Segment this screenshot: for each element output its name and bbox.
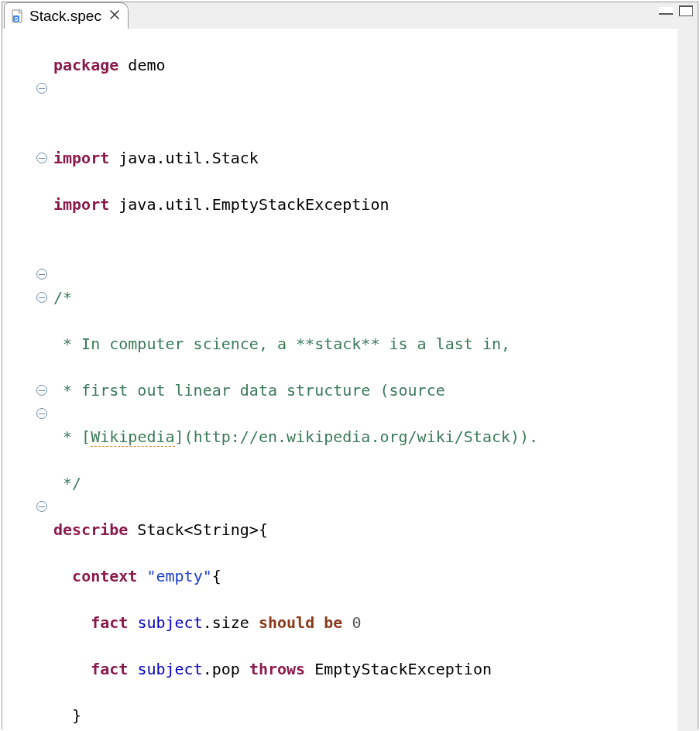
fold-marker[interactable]	[36, 83, 47, 94]
code-line: */	[53, 472, 678, 495]
svg-text:S: S	[14, 15, 18, 22]
fold-marker[interactable]	[36, 408, 47, 419]
code-line: import java.util.EmptyStackException	[53, 193, 678, 216]
code-line: /*	[53, 286, 678, 309]
minimize-icon[interactable]	[659, 7, 673, 15]
code-area[interactable]: package demo import java.util.Stack impo…	[53, 29, 678, 731]
editor-body: package demo import java.util.Stack impo…	[2, 29, 698, 731]
fold-marker[interactable]	[36, 153, 47, 163]
code-line: import java.util.Stack	[53, 146, 678, 170]
code-line	[53, 239, 678, 263]
fold-marker[interactable]	[36, 385, 47, 396]
code-line: * In computer science, a **stack** is a …	[53, 332, 678, 355]
editor-tab[interactable]: S Stack.spec	[4, 2, 129, 29]
maximize-icon[interactable]	[679, 5, 693, 16]
fold-marker[interactable]	[36, 501, 47, 512]
gutter[interactable]	[2, 29, 53, 731]
editor-window: S Stack.spec package demo import java.ut…	[2, 2, 698, 729]
code-line: context "empty"{	[53, 565, 678, 588]
code-line: fact subject.pop throws EmptyStackExcept…	[53, 657, 678, 681]
fold-marker[interactable]	[36, 269, 47, 280]
code-line: * [Wikipedia](http://en.wikipedia.org/wi…	[53, 425, 678, 448]
code-line: package demo	[53, 53, 678, 77]
code-line: fact subject.size should be 0	[53, 611, 678, 634]
code-line: }	[53, 704, 678, 727]
tab-filename: Stack.spec	[29, 8, 101, 25]
code-line: describe Stack<String>{	[53, 518, 678, 541]
spec-file-icon: S	[11, 9, 25, 23]
code-line	[53, 100, 678, 123]
window-controls	[659, 5, 693, 16]
tab-bar: S Stack.spec	[2, 2, 698, 29]
overview-ruler[interactable]	[678, 29, 698, 731]
code-line: * first out linear data structure (sourc…	[53, 379, 678, 402]
close-icon[interactable]	[109, 9, 120, 24]
fold-marker[interactable]	[36, 292, 47, 303]
